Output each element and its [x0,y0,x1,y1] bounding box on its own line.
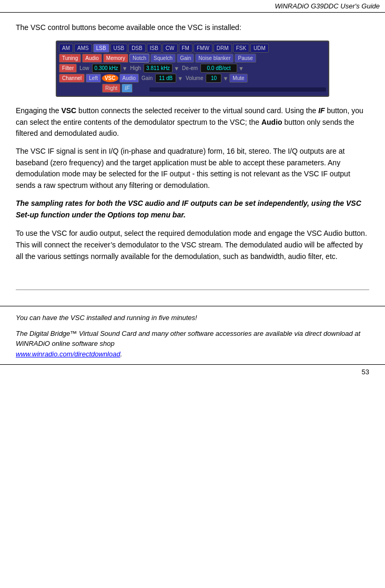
udm-btn: UDM [250,44,269,53]
deem-label: De-em [180,64,199,72]
volume-value: 10 [206,74,221,83]
right-btn: Right [102,84,120,93]
footer-link[interactable]: www.winradio.com/directdownload [16,350,120,358]
dropdown-arrow-4: ▼ [177,75,183,82]
radio-ui-image: AM AMS LSB USB DSB ISB CW FM FMW DRM FSK… [56,41,329,97]
drm-btn: DRM [214,44,232,53]
radio-row-3: Filter Low 0.300 kHz ▼ High 3.811 kHz ▼ … [59,64,326,73]
pause-btn: Pause [235,54,256,63]
gain-label: Gain [140,74,154,82]
notch-btn: Notch [129,54,149,63]
freq-input: 0.300 kHz [92,64,121,73]
audio-bold: Audio [261,118,282,126]
if-btn: IF [121,84,133,93]
fmw-btn: FMW [194,44,212,53]
vsc-bold: VSC [61,106,76,115]
body-para4: To use the VSC for audio output, select … [16,228,369,262]
filter-btn: Filter [59,64,77,73]
footer-line2: The Digital Bridge™ Virtual Sound Card a… [16,328,369,360]
dropdown-arrow-3: ▼ [238,65,244,72]
cw-btn: CW [163,44,178,53]
header-title: WiNRADiO G39DDC User's Guide [275,2,380,10]
squelch-btn: Squelch [150,54,176,63]
volume-label: Volume [184,74,205,82]
gain-value: 11 dB [155,74,176,83]
ams-btn: AMS [74,44,92,53]
radio-row-5: Right IF [59,84,326,93]
audio-main-btn: Audio [119,74,139,83]
gain-btn: Gain [177,54,194,63]
channel-btn: Channel [59,74,85,83]
vsc-btn: VSC [102,74,118,82]
radio-row-2: Tuning Audio Memory Notch Squelch Gain N… [59,54,326,63]
page-content: The VSC control buttons become available… [0,13,385,279]
left-btn: Left [86,74,101,83]
isb-btn: ISB [147,44,161,53]
intro-text: The VSC control buttons become available… [16,22,369,33]
tuning-btn: Tuning [59,54,81,63]
memory-btn: Memory [103,54,128,63]
fsk-btn: FSK [233,44,249,53]
dropdown-arrow-5: ▼ [222,75,228,82]
audio-btn-2: Audio [82,54,102,63]
page-number: 53 [0,364,385,378]
dsb-btn: DSB [128,44,146,53]
body-para3: The sampling rates for both the VSC audi… [16,198,369,221]
mute-btn: Mute [229,74,247,83]
footer-line1: You can have the VSC installed and runni… [16,313,369,323]
am-btn: AM [59,44,73,53]
page-footer: You can have the VSC installed and runni… [0,306,385,359]
page-header: WiNRADiO G39DDC User's Guide [0,0,385,13]
freq2-input: 3.811 kHz [144,64,173,73]
usb-btn: USB [110,44,128,53]
if-bold: IF [318,106,325,115]
radio-row-1: AM AMS LSB USB DSB ISB CW FM FMW DRM FSK… [59,44,326,53]
low-label: Low [78,64,90,72]
dropdown-arrow-1: ▼ [122,65,128,72]
lsb-btn: LSB [93,44,109,53]
footer-separator [16,290,369,290]
noise-blanker-btn: Noise blanker [195,54,234,63]
body-para2: The VSC IF signal is sent in I/Q (in-pha… [16,146,369,192]
body-para1: Engaging the VSC button connects the sel… [16,105,369,139]
deem-input: 0.0 dB/oct [200,64,237,73]
radio-row-4: Channel Left VSC Audio Gain 11 dB ▼ Volu… [59,74,326,83]
fm-btn: FM [179,44,192,53]
dropdown-arrow-2: ▼ [174,65,179,72]
high-label: High [129,64,143,72]
